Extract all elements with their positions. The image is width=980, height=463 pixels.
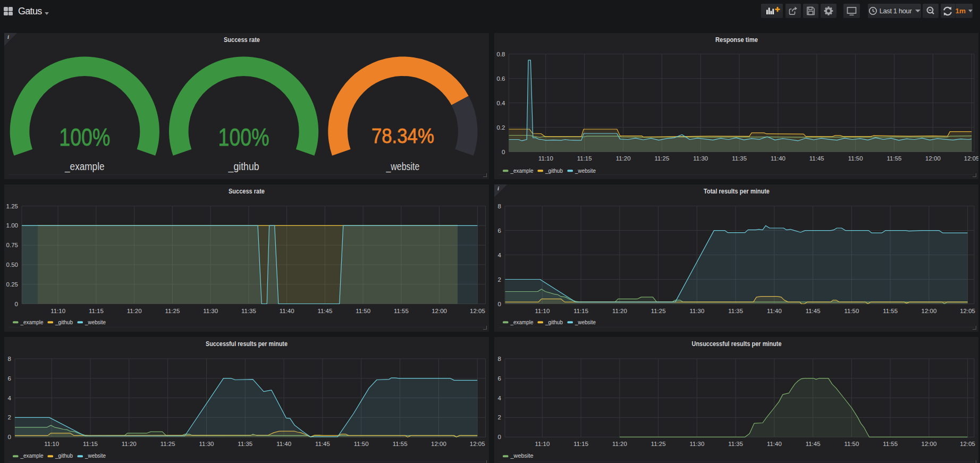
svg-text:11:30: 11:30 <box>203 308 218 314</box>
svg-text:11:15: 11:15 <box>573 441 588 447</box>
svg-text:12:00: 12:00 <box>922 441 937 447</box>
svg-text:6: 6 <box>8 375 11 382</box>
svg-text:100%: 100% <box>218 123 269 151</box>
svg-text:11:20: 11:20 <box>122 441 137 447</box>
svg-text:2: 2 <box>498 414 501 420</box>
svg-text:12:05: 12:05 <box>964 155 978 162</box>
svg-text:_website: _website <box>575 167 596 174</box>
svg-text:11:50: 11:50 <box>354 441 369 447</box>
svg-text:1.25: 1.25 <box>6 203 18 209</box>
svg-text:11:45: 11:45 <box>806 441 821 447</box>
svg-text:11:15: 11:15 <box>89 308 104 314</box>
svg-text:12:00: 12:00 <box>431 441 446 447</box>
svg-text:Successful results per minute: Successful results per minute <box>206 340 288 348</box>
svg-text:2: 2 <box>8 414 11 420</box>
svg-text:_github: _github <box>545 319 563 325</box>
svg-text:11:15: 11:15 <box>83 441 98 447</box>
svg-text:11:25: 11:25 <box>165 308 180 314</box>
svg-text:11:10: 11:10 <box>535 308 550 314</box>
svg-text:12:05: 12:05 <box>470 308 485 314</box>
svg-text:1.00: 1.00 <box>6 222 18 229</box>
svg-text:6: 6 <box>498 228 501 234</box>
svg-text:12:05: 12:05 <box>470 441 485 447</box>
svg-text:11:20: 11:20 <box>612 308 627 314</box>
svg-text:11:25: 11:25 <box>654 155 669 162</box>
svg-text:_github: _github <box>228 161 259 173</box>
svg-text:4: 4 <box>498 252 502 258</box>
svg-text:2: 2 <box>498 276 501 283</box>
svg-text:8: 8 <box>8 356 11 362</box>
svg-text:Response time: Response time <box>715 36 758 44</box>
svg-text:0.25: 0.25 <box>6 281 18 288</box>
svg-text:Success rate: Success rate <box>224 36 260 44</box>
svg-text:_website: _website <box>510 452 534 459</box>
svg-text:11:55: 11:55 <box>883 308 898 314</box>
svg-text:_github: _github <box>55 452 73 459</box>
svg-text:11:50: 11:50 <box>356 308 370 314</box>
svg-text:_example: _example <box>20 452 44 459</box>
svg-text:_example: _example <box>510 167 534 174</box>
svg-text:11:40: 11:40 <box>771 155 785 162</box>
svg-text:100%: 100% <box>59 123 110 151</box>
svg-text:0: 0 <box>8 434 11 440</box>
svg-text:Success rate: Success rate <box>229 187 265 195</box>
svg-text:11:25: 11:25 <box>160 441 175 447</box>
svg-text:11:45: 11:45 <box>806 308 821 314</box>
svg-text:11:25: 11:25 <box>651 441 666 447</box>
svg-text:12:05: 12:05 <box>960 308 975 314</box>
svg-text:8: 8 <box>498 203 501 209</box>
svg-text:12:00: 12:00 <box>432 308 447 314</box>
svg-text:6: 6 <box>498 375 501 382</box>
svg-text:11:30: 11:30 <box>689 441 704 447</box>
svg-text:_github: _github <box>55 319 73 325</box>
svg-text:11:30: 11:30 <box>693 155 708 162</box>
svg-text:11:30: 11:30 <box>199 441 214 447</box>
svg-text:11:20: 11:20 <box>127 308 142 314</box>
svg-text:11:40: 11:40 <box>276 441 291 447</box>
svg-text:11:15: 11:15 <box>577 155 592 162</box>
svg-text:11:40: 11:40 <box>767 441 782 447</box>
svg-text:_example: _example <box>20 319 44 325</box>
svg-text:11:15: 11:15 <box>573 308 588 314</box>
svg-text:12:05: 12:05 <box>960 441 975 447</box>
svg-text:78.34%: 78.34% <box>371 125 434 147</box>
svg-text:Total results per minute: Total results per minute <box>704 187 770 195</box>
svg-text:11:35: 11:35 <box>241 308 256 314</box>
svg-text:_website: _website <box>85 452 106 459</box>
svg-text:11:55: 11:55 <box>883 441 898 447</box>
svg-text:11:30: 11:30 <box>689 308 704 314</box>
svg-text:0.4: 0.4 <box>497 100 506 106</box>
svg-text:0.2: 0.2 <box>497 124 505 131</box>
svg-text:0: 0 <box>498 434 501 440</box>
svg-text:11:40: 11:40 <box>767 308 782 314</box>
svg-text:_website: _website <box>386 161 420 173</box>
svg-text:4: 4 <box>498 395 502 401</box>
svg-text:0.75: 0.75 <box>6 242 18 248</box>
svg-text:Unsuccessful results per minut: Unsuccessful results per minute <box>692 340 782 348</box>
svg-text:_website: _website <box>85 319 106 325</box>
svg-text:11:10: 11:10 <box>535 441 550 447</box>
svg-text:11:10: 11:10 <box>44 441 59 447</box>
svg-text:11:55: 11:55 <box>394 308 409 314</box>
svg-text:11:45: 11:45 <box>317 308 332 314</box>
svg-text:11:45: 11:45 <box>315 441 330 447</box>
svg-text:0.50: 0.50 <box>6 262 18 268</box>
svg-text:11:40: 11:40 <box>280 308 294 314</box>
svg-text:_website: _website <box>575 319 596 325</box>
svg-text:11:25: 11:25 <box>651 308 666 314</box>
svg-text:11:45: 11:45 <box>809 155 824 162</box>
svg-text:11:50: 11:50 <box>844 441 859 447</box>
svg-text:11:55: 11:55 <box>393 441 408 447</box>
svg-text:12:00: 12:00 <box>925 155 941 162</box>
svg-text:4: 4 <box>8 395 12 401</box>
svg-text:_github: _github <box>545 167 563 174</box>
svg-text:11:35: 11:35 <box>728 308 743 314</box>
svg-text:11:50: 11:50 <box>848 155 863 162</box>
svg-text:0: 0 <box>498 301 501 307</box>
svg-text:_example: _example <box>64 161 104 173</box>
svg-text:11:10: 11:10 <box>50 308 65 314</box>
svg-text:11:55: 11:55 <box>887 155 902 162</box>
svg-text:11:50: 11:50 <box>844 308 859 314</box>
svg-text:_example: _example <box>510 319 534 325</box>
svg-text:11:20: 11:20 <box>616 155 631 162</box>
